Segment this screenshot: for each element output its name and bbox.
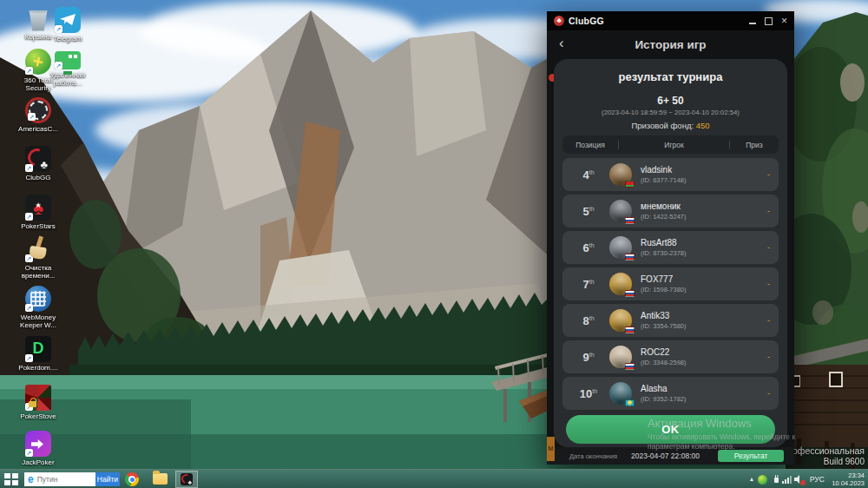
desktop-icon-webmoney[interactable]: ↗WebMoney Keeper W... (17, 286, 59, 329)
avatar (609, 382, 632, 405)
desktop-icon-clubgg[interactable]: ↗ClubGG (17, 146, 59, 181)
shortcut-arrow-icon: ↗ (25, 449, 33, 457)
windows-logo-icon (4, 473, 22, 485)
column-position: Позиция (562, 141, 618, 149)
player-row[interactable]: 4th vladsink(ID: 6377-7148) - (562, 158, 779, 191)
webmoney-globe-icon: ↗ (25, 286, 51, 312)
minimize-button[interactable] (749, 23, 756, 24)
player-id: (ID: 1598-7380) (641, 286, 754, 293)
avatar (609, 309, 632, 332)
shortcut-arrow-icon: ↗ (25, 213, 33, 221)
search-find-button[interactable]: Найти (95, 472, 120, 486)
chrome-icon[interactable] (125, 472, 139, 486)
tray-volume-icon[interactable] (794, 475, 804, 484)
clock-time: 23:34 (825, 472, 865, 479)
avatar (609, 163, 632, 186)
column-prize: Приз (730, 141, 779, 149)
desktop-icon-cleanup[interactable]: ↗Очистка времени... (17, 236, 59, 280)
search-text: Путин (37, 475, 58, 484)
edge-icon: e (28, 474, 34, 485)
flag-russia-icon (625, 363, 635, 370)
player-id: (ID: 9352-1782) (641, 395, 754, 403)
poker-chip-icon: ↗ (25, 97, 51, 123)
end-date-value: 2023-04-07 22:08:00 (631, 452, 700, 460)
telegram-icon: ↗ (55, 7, 81, 33)
player-row[interactable]: 8th Antik33(ID: 3354-7580) - (562, 304, 779, 337)
flag-belarus-icon (625, 181, 635, 188)
results-list: 4th vladsink(ID: 6377-7148) - 5th мнемон… (562, 158, 779, 410)
place: 10th (571, 387, 606, 400)
desktop-icon-pokerdom[interactable]: ↗Pokerdom.... (17, 336, 59, 372)
player-id: (ID: 3348-2598) (641, 359, 754, 366)
desktop-icon-remote-work[interactable]: ↗Удаленная работа... (47, 49, 89, 87)
column-player: Игрок (619, 141, 729, 149)
pokerstove-icon: ↗ (25, 385, 51, 411)
modal-title: результат турнира (554, 59, 787, 83)
table-header: Позиция Игрок Приз (562, 135, 779, 154)
place: 7th (571, 278, 606, 291)
player-row[interactable]: 10th Alasha(ID: 9352-1782) - (562, 377, 779, 410)
desktop-icon-pokerstars[interactable]: ↗PokerStars (17, 195, 59, 230)
shortcut-arrow-icon: ↗ (55, 62, 62, 69)
shortcut-arrow-icon: ↗ (28, 113, 36, 121)
flag-kazakhstan-icon (625, 399, 635, 406)
window-titlebar[interactable]: ClubGG × (547, 11, 794, 30)
place: 5th (571, 205, 606, 218)
page-title: История игр (547, 30, 794, 51)
prize-value: - (754, 243, 770, 252)
player-row[interactable]: 7th FOX777(ID: 1598-7380) - (562, 267, 779, 300)
prize-value: - (754, 316, 770, 325)
avatar (609, 236, 632, 259)
taskbar-search-input[interactable]: e Путин (24, 472, 95, 486)
tray-expand-icon[interactable]: ▴ (750, 475, 753, 483)
player-name: RusArt88 (641, 238, 754, 247)
flag-russia-icon (625, 326, 635, 333)
ok-button[interactable]: OK (566, 415, 775, 444)
clubgg-icon: ↗ (25, 146, 51, 172)
back-icon[interactable]: ‹ (559, 35, 564, 52)
shortcut-arrow-icon: ↗ (25, 354, 33, 362)
volume-badge (800, 480, 806, 485)
desktop-icon-pokerstove[interactable]: ↗PokerStove (17, 385, 59, 420)
prize-value: - (754, 207, 770, 215)
place: 6th (571, 241, 606, 254)
tray-360-security-icon[interactable] (758, 475, 767, 485)
tournament-name: 6+ 50 (554, 95, 787, 107)
player-name: FOX777 (641, 274, 754, 284)
shortcut-arrow-icon: ↗ (25, 304, 33, 312)
player-row[interactable]: 9th ROC22(ID: 3348-2598) - (562, 340, 779, 373)
flag-russia-icon (625, 254, 635, 260)
result-button[interactable]: Результат (718, 450, 784, 462)
player-id: (ID: 1422-5247) (641, 213, 754, 221)
taskbar-clock[interactable]: 23:34 10.04.2023 (825, 472, 865, 487)
background-row: Дата окончания 2023-04-07 22:08:00 Резул… (547, 447, 794, 465)
tournament-result-modal: результат турнира 6+ 50 (2023-04-10 18:5… (554, 59, 787, 447)
player-name: мнемоник (641, 201, 754, 211)
desktop-icon-jackpoker[interactable]: ↗JackPoker (17, 431, 59, 466)
desktop-icon-telegram[interactable]: ↗Telegram (47, 7, 89, 43)
window-title: ClubGG (569, 16, 604, 26)
maximize-button[interactable] (765, 17, 773, 25)
avatar (609, 346, 632, 368)
tournament-period: (2023-04-10 18:59:59 ~ 2023-04-10 20:02:… (554, 109, 787, 116)
language-indicator[interactable]: РУС (810, 475, 825, 484)
taskbar: e Путин Найти ▴ РУС 23:34 10.04.2023 (0, 469, 868, 488)
file-explorer-icon[interactable] (153, 473, 168, 485)
flag-russia-icon (625, 217, 635, 224)
player-name: Alasha (641, 384, 754, 393)
clubgg-window: ClubGG × ‹ История игр М Дата окончания … (547, 11, 794, 465)
clubgg-taskbar-icon (181, 473, 193, 485)
pokerstars-spade-icon: ↗ (25, 195, 51, 221)
pokerdom-icon: ↗ (25, 336, 51, 362)
desktop-icon-americas-cardroom[interactable]: ↗AmericasC... (17, 97, 59, 133)
player-row[interactable]: 5th мнемоник(ID: 1422-5247) - (562, 195, 779, 228)
tray-network-icon[interactable] (782, 476, 792, 484)
close-button[interactable]: × (781, 16, 787, 26)
player-row[interactable]: 6th RusArt88(ID: 8730-2378) - (562, 231, 779, 264)
monitor-icon: ↗ (55, 51, 81, 69)
taskbar-clubgg-app[interactable] (175, 471, 198, 488)
end-date-label: Дата окончания (569, 452, 617, 460)
start-button[interactable] (4, 473, 22, 486)
cleanup-brush-icon: ↗ (25, 236, 51, 262)
tray-usb-icon[interactable] (773, 475, 779, 484)
